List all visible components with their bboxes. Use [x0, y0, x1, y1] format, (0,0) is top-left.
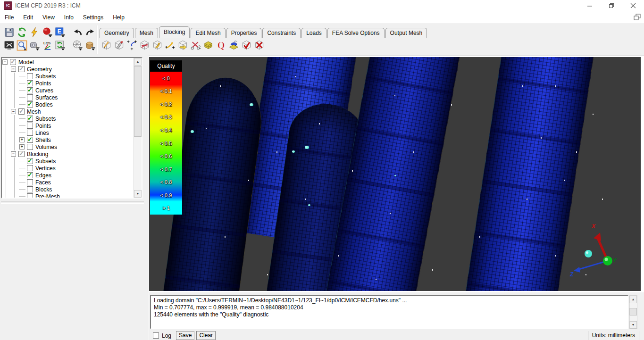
tree-scroll-down[interactable]: ▼ — [134, 190, 142, 198]
lightning-icon[interactable] — [28, 26, 41, 38]
tree-checkbox[interactable] — [27, 193, 33, 198]
tree-item-label[interactable]: Blocking — [27, 151, 48, 158]
tree-item-label[interactable]: Shells — [35, 137, 51, 143]
tree-item-label[interactable]: Bodies — [35, 101, 53, 108]
tab-fea-solve-options[interactable]: FEA Solve Options — [327, 28, 385, 38]
tree-expander-minus[interactable]: − — [11, 66, 16, 72]
tree-item-label[interactable]: Lines — [35, 130, 49, 136]
tree-checkbox[interactable]: ✓ — [27, 158, 33, 164]
tab-properties[interactable]: Properties — [226, 28, 262, 38]
tab-loads[interactable]: Loads — [301, 28, 326, 38]
tree-item-faces[interactable]: Faces — [2, 179, 134, 186]
merge-vertices-icon[interactable] — [125, 39, 138, 51]
tree-expander-minus[interactable]: − — [2, 59, 8, 65]
tree-item-blocks[interactable]: Blocks — [2, 186, 134, 193]
close-button[interactable] — [622, 0, 644, 11]
tree-item-blocking[interactable]: −✓Blocking — [2, 150, 134, 158]
tree-expander-plus[interactable]: + — [19, 137, 25, 142]
tree-item-shells[interactable]: +✓Shells — [2, 136, 134, 143]
red-sphere-dropdown-icon[interactable] — [41, 26, 53, 38]
minimize-button[interactable] — [579, 0, 601, 11]
tree-item-points[interactable]: ✓Points — [2, 80, 134, 87]
tree-item-surfaces[interactable]: Surfaces — [2, 94, 134, 101]
transform-blocks-icon[interactable] — [176, 39, 189, 51]
tree-checkbox[interactable] — [27, 123, 33, 129]
tree-expander-minus[interactable]: − — [11, 151, 16, 157]
tree-checkbox[interactable] — [27, 130, 33, 136]
fit-window-icon[interactable] — [3, 39, 15, 51]
edit-block-icon[interactable] — [138, 39, 151, 51]
menu-item-edit[interactable]: Edit — [18, 11, 38, 24]
menu-item-settings[interactable]: Settings — [78, 11, 108, 24]
tree-item-label[interactable]: Blocks — [35, 186, 52, 193]
tree-item-label[interactable]: Subsets — [35, 158, 56, 165]
create-block-icon[interactable] — [100, 39, 113, 51]
tab-mesh[interactable]: Mesh — [135, 28, 158, 38]
tree-checkbox[interactable]: ✓ — [18, 66, 25, 72]
menu-item-file[interactable]: File — [0, 11, 18, 24]
tree-scroll-thumb[interactable] — [134, 66, 142, 137]
tree-checkbox[interactable] — [27, 73, 33, 79]
premesh-quality-icon[interactable]: Q — [215, 39, 227, 51]
tree-checkbox[interactable]: ✓ — [18, 108, 25, 115]
panel-splitter[interactable] — [1, 201, 144, 204]
log-checkbox[interactable] — [153, 332, 159, 339]
split-block-icon[interactable] — [113, 39, 125, 51]
tree-expander-minus[interactable]: − — [11, 109, 16, 114]
tab-constraints[interactable]: Constraints — [262, 28, 301, 38]
tree-checkbox[interactable]: ✓ — [27, 80, 33, 86]
tree-checkbox[interactable] — [27, 165, 33, 171]
tree-item-label[interactable]: Model — [18, 59, 34, 66]
associate-hand-icon[interactable] — [151, 39, 164, 51]
local-coords-icon[interactable]: LCS — [41, 39, 53, 51]
redo-icon[interactable] — [84, 26, 96, 38]
tree-expander-plus[interactable]: + — [19, 144, 25, 149]
tree-item-label[interactable]: Surfaces — [35, 94, 58, 101]
tree-item-label[interactable]: Pre-Mesh — [35, 193, 60, 198]
delete-blocks-icon[interactable] — [253, 39, 266, 51]
tree-item-edges[interactable]: ✓Edges — [2, 172, 134, 179]
tree-item-label[interactable]: Subsets — [35, 73, 56, 80]
tree-item-label[interactable]: Geometry — [27, 66, 52, 73]
tree-checkbox[interactable] — [27, 144, 33, 150]
move-vertex-icon[interactable] — [164, 39, 176, 51]
tree-item-subsets[interactable]: ✓Subsets — [2, 115, 134, 122]
undo-icon[interactable] — [71, 26, 84, 38]
check-blocks-icon[interactable] — [240, 39, 253, 51]
tree-item-geometry[interactable]: −✓Geometry — [2, 66, 134, 73]
measure-dropdown-icon[interactable] — [28, 39, 41, 51]
tree-item-subsets[interactable]: Subsets — [2, 73, 134, 80]
tree-item-lines[interactable]: Lines — [2, 129, 134, 136]
clear-button[interactable]: Clear — [196, 331, 216, 340]
save-button[interactable]: Save — [176, 331, 194, 340]
viewport-3d[interactable]: Quality < 0< 0.1< 0.2< 0.3< 0.4< 0.5< 0.… — [149, 57, 641, 291]
tree-checkbox[interactable]: ✓ — [18, 151, 25, 157]
tree-scroll-up[interactable]: ▲ — [134, 58, 142, 66]
blue-e-dropdown-icon[interactable]: E — [54, 26, 66, 38]
message-scroll-thumb[interactable] — [629, 308, 637, 315]
tree-item-model[interactable]: −✓Model — [2, 58, 134, 66]
message-scroll-up[interactable]: ▲ — [629, 296, 637, 303]
tab-output-mesh[interactable]: Output Mesh — [385, 28, 427, 38]
save-icon[interactable] — [3, 26, 15, 38]
tree-item-pre-mesh[interactable]: Pre-Mesh — [2, 193, 134, 198]
tree-item-volumes[interactable]: +Volumes — [2, 143, 134, 150]
tree-item-mesh[interactable]: −✓Mesh — [2, 108, 134, 115]
dock-pane-icon[interactable] — [633, 13, 641, 21]
tree-item-subsets[interactable]: ✓Subsets — [2, 158, 134, 165]
tree-checkbox[interactable]: ✓ — [27, 101, 33, 108]
tree-item-label[interactable]: Vertices — [35, 165, 56, 172]
tree-item-vertices[interactable]: Vertices — [2, 165, 134, 172]
tree-checkbox[interactable] — [27, 94, 33, 100]
tab-geometry[interactable]: Geometry — [100, 28, 134, 38]
tree-item-points[interactable]: Points — [2, 122, 134, 129]
solid-cylinder-dropdown-icon[interactable] — [84, 39, 96, 51]
zoom-icon[interactable] — [16, 39, 28, 51]
tree-scrollbar[interactable]: ▲ ▼ — [134, 58, 142, 198]
restore-button[interactable] — [601, 0, 622, 11]
tree-checkbox[interactable]: ✓ — [27, 87, 33, 93]
tree-item-label[interactable]: Edges — [35, 172, 51, 179]
edit-edge-icon[interactable] — [189, 39, 202, 51]
tree-checkbox[interactable]: ✓ — [27, 172, 33, 178]
menu-item-info[interactable]: Info — [59, 11, 78, 24]
